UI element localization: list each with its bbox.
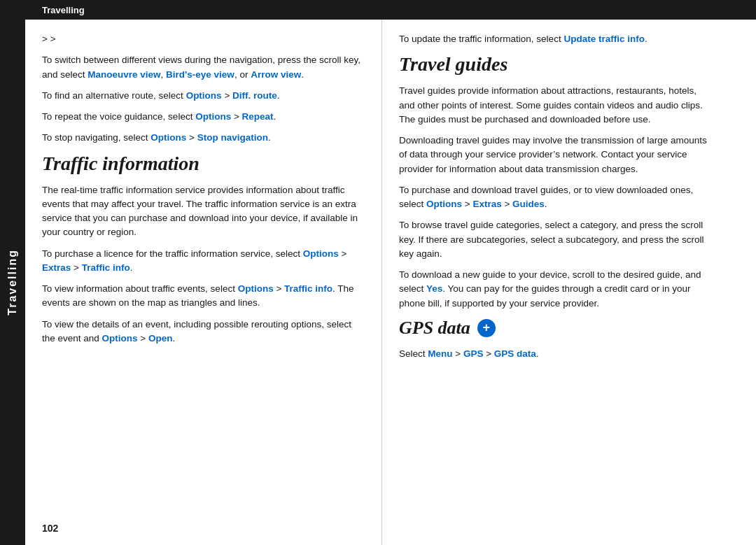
- gt3: >: [222, 90, 232, 101]
- comma: ,: [161, 69, 167, 80]
- traffic-p3-before: To view information about traffic events…: [42, 283, 238, 294]
- gps-gt1: >: [453, 348, 463, 359]
- travel-p5: To download a new guide to your device, …: [399, 268, 714, 311]
- t-open-link[interactable]: Open: [148, 333, 173, 344]
- gps-title-row: GPS data +: [399, 318, 714, 339]
- right-intro-before: To update the traffic information, selec…: [399, 34, 564, 44]
- t-trafficinfo1-link[interactable]: Traffic info: [82, 262, 130, 273]
- t-gt3: >: [274, 283, 284, 294]
- t-options2-link[interactable]: Options: [238, 283, 274, 294]
- page-number: 102: [42, 523, 58, 534]
- diff-route-link[interactable]: Diff. route: [232, 90, 277, 101]
- side-label: Travelling: [0, 20, 25, 545]
- side-label-text: Travelling: [6, 249, 19, 316]
- right-intro-para: To update the traffic information, selec…: [399, 32, 714, 46]
- traffic-p3: To view information about traffic events…: [42, 282, 365, 311]
- gps-heading: GPS data: [399, 318, 470, 339]
- travel-p1: Travel guides provide information about …: [399, 84, 714, 127]
- gps-menu-link[interactable]: Menu: [428, 348, 452, 359]
- update-traffic-link[interactable]: Update traffic info: [564, 34, 645, 44]
- traffic-p4-before: To view the details of an event, includi…: [42, 319, 351, 344]
- traffic-p2: To purchase a licence for the traffic in…: [42, 247, 365, 276]
- gps-p1-before: Select: [399, 348, 428, 359]
- gps-gps-link[interactable]: GPS: [463, 348, 484, 359]
- traffic-p1: The real-time traffic information servic…: [42, 183, 365, 240]
- tr-dot1: .: [545, 199, 547, 209]
- gt5: >: [186, 132, 197, 143]
- gps-gt2: >: [483, 348, 493, 359]
- tr-gt2: >: [502, 199, 512, 209]
- t-options1-link[interactable]: Options: [303, 248, 339, 259]
- content-area: > > To switch between different views du…: [25, 20, 756, 545]
- repeat-voice-para: To repeat the voice guidance, select Opt…: [42, 110, 365, 124]
- dot4: .: [268, 132, 271, 143]
- traffic-info-heading: Traffic information: [42, 153, 365, 175]
- gt1: >: [42, 34, 50, 44]
- t-dot1: .: [130, 262, 133, 273]
- gt4: >: [231, 111, 241, 122]
- manoeuvre-link[interactable]: Manoeuvre view: [88, 69, 160, 80]
- options2-link[interactable]: Options: [195, 111, 231, 122]
- stop-before: To stop navigating, select: [42, 132, 150, 143]
- dot2: .: [277, 90, 280, 101]
- dot1: .: [301, 69, 304, 80]
- travel-p2: Downloading travel guides may involve th…: [399, 134, 714, 176]
- alt-route-para: To find an alternative route, select Opt…: [42, 89, 365, 103]
- tr-extras-link[interactable]: Extras: [472, 199, 501, 209]
- options1-link[interactable]: Options: [186, 90, 222, 101]
- intro-para: > >: [42, 32, 365, 46]
- page-container: Travelling Travelling > > To switch betw…: [0, 0, 756, 545]
- gps-dot: .: [536, 348, 539, 359]
- intro-dot: .: [645, 34, 648, 44]
- travel-guides-heading: Travel guides: [399, 53, 714, 76]
- t-dot2: .: [172, 333, 175, 344]
- views-para: To switch between different views during…: [42, 53, 365, 82]
- options3-link[interactable]: Options: [150, 132, 186, 143]
- gps-data-link[interactable]: GPS data: [494, 348, 536, 359]
- or-text: , or: [234, 69, 251, 80]
- t-options3-link[interactable]: Options: [102, 333, 138, 344]
- traffic-p4: To view the details of an event, includi…: [42, 318, 365, 346]
- tr-options1-link[interactable]: Options: [426, 199, 462, 209]
- gps-p1: Select Menu > GPS > GPS data.: [399, 347, 714, 361]
- t-gt1: >: [339, 248, 347, 259]
- alt-route-before: To find an alternative route, select: [42, 90, 186, 101]
- t-gt2: >: [71, 262, 81, 273]
- arrow-view-link[interactable]: Arrow view: [251, 69, 301, 80]
- tr-gt1: >: [462, 199, 472, 209]
- left-column: > > To switch between different views du…: [25, 20, 382, 545]
- gt2: >: [50, 34, 56, 44]
- dot3: .: [274, 111, 276, 122]
- t-extras1-link[interactable]: Extras: [42, 262, 71, 273]
- birds-eye-link[interactable]: Bird's-eye view: [166, 69, 234, 80]
- tr-p5-after: . You can pay for the guides through a c…: [399, 283, 691, 308]
- stop-nav-para: To stop navigating, select Options > Sto…: [42, 131, 365, 145]
- repeat-link[interactable]: Repeat: [242, 111, 274, 122]
- header-title: Travelling: [42, 5, 85, 15]
- page-header: Travelling: [0, 0, 756, 20]
- travel-p4: To browse travel guide categories, selec…: [399, 218, 714, 261]
- repeat-before: To repeat the voice guidance, select: [42, 111, 195, 122]
- tr-yes-link[interactable]: Yes: [426, 283, 442, 294]
- stop-nav-link[interactable]: Stop navigation: [197, 132, 268, 143]
- traffic-p2-before: To purchase a licence for the traffic in…: [42, 248, 303, 259]
- right-column: To update the traffic information, selec…: [382, 20, 731, 545]
- tr-guides-link[interactable]: Guides: [512, 199, 545, 209]
- t-gt4: >: [138, 333, 148, 344]
- page-footer: 102: [25, 523, 58, 534]
- travel-p3: To purchase and download travel guides, …: [399, 183, 714, 212]
- gps-plus-icon: +: [477, 319, 496, 337]
- t-trafficinfo2-link[interactable]: Traffic info: [284, 283, 332, 294]
